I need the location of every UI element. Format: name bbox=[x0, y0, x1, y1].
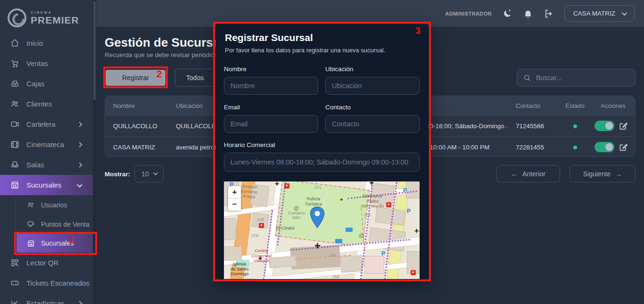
map-marker-pin[interactable] bbox=[309, 206, 326, 229]
home-icon bbox=[10, 39, 19, 48]
map-church-cross-icon: + bbox=[258, 254, 262, 263]
column-header-acciones: Acciones bbox=[593, 102, 635, 109]
page-size-select[interactable]: 10 bbox=[134, 165, 164, 182]
sidebar-item-cajas[interactable]: Cajas bbox=[0, 74, 93, 94]
chevron-right-icon bbox=[77, 162, 82, 167]
map-building bbox=[340, 255, 363, 272]
sidebar-subitem-sucursales[interactable]: Sucursales bbox=[17, 234, 95, 253]
cart-icon bbox=[10, 59, 19, 68]
sidebar-item-label: Sucursales bbox=[26, 181, 61, 189]
sidebar-item-label: Salas bbox=[26, 161, 44, 169]
edit-icon[interactable] bbox=[619, 121, 628, 131]
map-label-biblioteca: Biblioteca Padro Julio Murillo bbox=[361, 194, 384, 209]
zoom-out-button[interactable]: − bbox=[228, 198, 241, 211]
map-building bbox=[224, 218, 236, 240]
logout-icon[interactable] bbox=[544, 8, 554, 19]
users-icon bbox=[10, 99, 19, 108]
cell-nombre: QUILLACOLLO bbox=[105, 123, 168, 130]
edit-icon[interactable] bbox=[619, 142, 628, 152]
toggle-knob bbox=[605, 122, 613, 130]
sidebar-item-label: Estadísticas bbox=[26, 299, 65, 304]
registrar-button[interactable]: Registrar bbox=[106, 70, 165, 86]
sidebar-item-inicio[interactable]: Inicio bbox=[0, 33, 93, 53]
column-header-estado: Estado bbox=[557, 102, 593, 109]
location-map[interactable]: Joaquín Zenteno Anaya Policía Turística … bbox=[224, 181, 420, 279]
sidebar-item-label: Lector QR bbox=[26, 259, 58, 267]
modal-title: Registrar Sucursal bbox=[225, 32, 313, 43]
chevron-right-icon bbox=[77, 142, 82, 147]
prev-page-button[interactable]: ← Anterior bbox=[496, 165, 560, 182]
map-housenumber: 259 bbox=[332, 274, 339, 279]
sidebar-item-label: Cinemateca bbox=[26, 140, 64, 148]
notifications-bell-icon[interactable] bbox=[523, 8, 533, 19]
sidebar-item-cartelera[interactable]: Cartelera bbox=[0, 114, 93, 134]
app-logo[interactable]: CINEMA PREMIER bbox=[0, 0, 96, 29]
map-church-cross-icon: + bbox=[340, 197, 343, 202]
cell-estado bbox=[557, 144, 593, 151]
email-label: Email bbox=[224, 104, 318, 111]
stats-icon bbox=[10, 299, 19, 304]
column-header-contacto: Contacto bbox=[508, 102, 557, 109]
sidebar-subitem-puntos-de-venta[interactable]: Puntos de Venta bbox=[0, 214, 93, 234]
email-field[interactable] bbox=[224, 115, 318, 133]
sidebar-subitem-label: Sucursales bbox=[41, 239, 74, 247]
branch-selector-dropdown[interactable]: CASA MATRIZ bbox=[564, 5, 635, 22]
sidebar-item-ventas[interactable]: Ventas bbox=[0, 53, 93, 74]
ticket-icon bbox=[10, 279, 19, 288]
scrollbar-thumb[interactable] bbox=[93, 1, 96, 100]
active-toggle[interactable] bbox=[594, 142, 614, 152]
map-parking-icon: P bbox=[407, 208, 411, 214]
zoom-in-button[interactable]: + bbox=[228, 186, 241, 198]
map-church-cross-icon: + bbox=[369, 181, 373, 187]
contacto-field[interactable] bbox=[325, 115, 420, 133]
chevron-down-icon bbox=[622, 10, 627, 15]
map-building bbox=[364, 256, 384, 274]
sidebar-subitem-usuarios[interactable]: Usuarios bbox=[0, 195, 93, 214]
cell-horario: . 10:00 AM - 10:00 PM bbox=[418, 144, 508, 151]
map-internet-icon: @ bbox=[294, 205, 299, 211]
sidebar-subitem-label: Usuarios bbox=[41, 201, 67, 209]
monitor-icon bbox=[27, 220, 35, 228]
sidebar-scrollbar[interactable] bbox=[93, 0, 96, 304]
group-icon bbox=[27, 201, 35, 209]
store-icon bbox=[10, 181, 19, 189]
sidebar-item-salas[interactable]: Salas bbox=[0, 155, 93, 175]
sidebar-item-label: Cartelera bbox=[26, 120, 56, 128]
search-input[interactable] bbox=[536, 74, 626, 82]
map-parking-icon: P bbox=[381, 250, 385, 257]
map-pharmacy-icon: + bbox=[411, 270, 416, 275]
map-label-comteco: Comteco WiFi bbox=[288, 211, 305, 220]
horario-comercial-field[interactable] bbox=[224, 153, 420, 172]
map-building bbox=[406, 181, 420, 198]
toggle-knob bbox=[605, 143, 613, 151]
sidebar-item-label: Inicio bbox=[26, 39, 43, 47]
active-toggle[interactable] bbox=[594, 121, 614, 131]
todos-filter-button[interactable]: Todos bbox=[175, 69, 215, 87]
video-icon bbox=[10, 120, 19, 129]
cell-acciones bbox=[593, 121, 635, 131]
nombre-label: Nombre bbox=[224, 66, 318, 73]
nombre-field[interactable] bbox=[224, 77, 318, 95]
map-parking-icon: P bbox=[403, 187, 407, 194]
cell-estado bbox=[557, 123, 593, 130]
sidebar-item-clientes[interactable]: Clientes bbox=[0, 94, 93, 114]
registrar-sucursal-modal: Registrar Sucursal Por favor llena los d… bbox=[215, 24, 429, 279]
cell-horario: 00-18:00; Sábado-Domingo ... bbox=[418, 123, 508, 130]
map-housenumber: 264 bbox=[363, 213, 371, 217]
sidebar-item-cinemateca[interactable]: Cinemateca bbox=[0, 134, 93, 155]
sidebar-item-estadisticas[interactable]: Estadísticas bbox=[0, 293, 93, 304]
next-page-button[interactable]: Siguiente → bbox=[570, 165, 636, 182]
dark-mode-moon-icon[interactable] bbox=[502, 8, 512, 19]
sidebar-item-lector-qr[interactable]: Lector QR bbox=[0, 253, 93, 273]
sidebar-item-tickets-escaneados[interactable]: Tickets Escaneados bbox=[0, 273, 93, 293]
map-church-cross-icon: + bbox=[314, 240, 321, 252]
modal-subtitle: Por favor llena los datos para registrar… bbox=[225, 47, 385, 54]
ubicacion-field[interactable] bbox=[325, 77, 420, 95]
sidebar-item-sucursales[interactable]: Sucursales bbox=[0, 175, 93, 195]
map-label-policia: Policía Turística bbox=[305, 197, 322, 206]
map-building bbox=[269, 256, 297, 268]
right-arrow-icon: → bbox=[615, 170, 622, 178]
prev-label: Anterior bbox=[522, 170, 545, 178]
map-building bbox=[224, 246, 242, 261]
cell-contacto: 71245566 bbox=[508, 123, 557, 130]
